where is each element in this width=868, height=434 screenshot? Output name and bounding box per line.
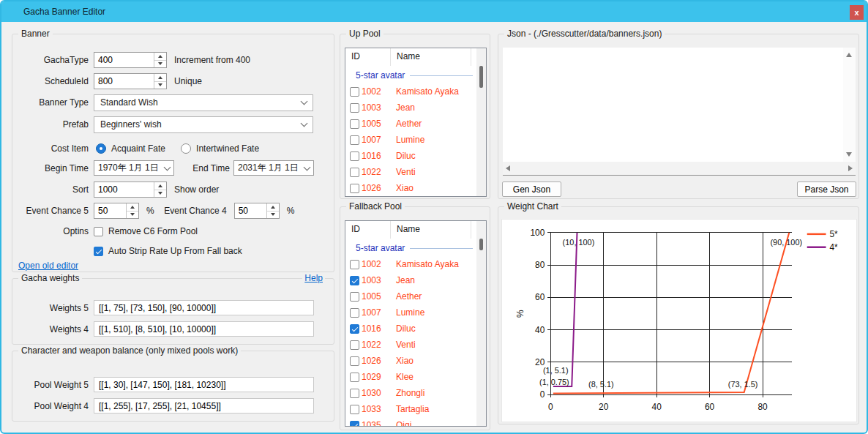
up-pool-list[interactable]: ID Name 5-star avatar 1002Kamisato Ayaka…	[345, 48, 487, 197]
row-checkbox[interactable]	[350, 260, 359, 269]
row-checkbox[interactable]	[350, 103, 359, 113]
pool-weight-5-input[interactable]	[94, 378, 313, 392]
open-old-editor-link[interactable]: Open old editor	[18, 261, 78, 271]
list-item[interactable]: 1007Lumine	[345, 304, 478, 321]
list-item[interactable]: 1002Kamisato Ayaka	[345, 256, 478, 272]
schedule-id-input[interactable]	[94, 74, 154, 89]
end-time-label: End Time	[187, 163, 230, 173]
gen-json-button[interactable]: Gen Json	[502, 182, 561, 197]
acquaint-fate-label[interactable]: Acquaint Fate	[111, 143, 165, 154]
spin-up-button[interactable]	[127, 203, 138, 211]
vertical-scrollbar[interactable]	[476, 48, 486, 196]
list-item[interactable]: 1016Diluc	[345, 148, 478, 164]
spin-down-button[interactable]	[154, 190, 166, 198]
row-checkbox[interactable]	[350, 421, 359, 427]
banner-type-combobox[interactable]: Standard Wish	[94, 94, 313, 111]
list-item[interactable]: 1033Tartaglia	[345, 401, 478, 417]
vertical-scrollbar[interactable]	[476, 221, 486, 426]
spin-up-button[interactable]	[267, 203, 279, 211]
row-checkbox[interactable]	[350, 87, 359, 97]
remove-c6-label[interactable]: Remove C6 Form Pool	[108, 226, 198, 236]
vertical-scrollbar[interactable]	[843, 48, 856, 162]
gacha-type-spinner[interactable]	[94, 52, 167, 68]
row-checkbox[interactable]	[350, 324, 359, 334]
row-checkbox[interactable]	[350, 292, 359, 302]
event-chance-5-input[interactable]	[94, 203, 126, 218]
spin-down-button[interactable]	[267, 211, 279, 219]
auto-strip-checkbox[interactable]	[94, 247, 103, 256]
prefab-combobox[interactable]: Beginners' wish	[94, 116, 313, 133]
scroll-up-icon[interactable]	[846, 53, 852, 57]
json-textarea[interactable]	[503, 48, 843, 162]
weights-4-input[interactable]	[94, 322, 313, 336]
row-checkbox[interactable]	[350, 389, 359, 398]
auto-strip-label[interactable]: Auto Strip Rate Up From Fall back	[108, 246, 242, 256]
list-item[interactable]: 1005Aether	[345, 288, 478, 304]
list-item[interactable]: 1003Jean	[345, 272, 478, 288]
row-checkbox[interactable]	[350, 308, 359, 318]
id-column-header[interactable]: ID	[345, 221, 391, 239]
spin-down-button[interactable]	[127, 211, 138, 219]
pool-weight-5-field[interactable]	[94, 377, 314, 392]
spin-up-button[interactable]	[154, 74, 166, 81]
sort-input[interactable]	[94, 182, 154, 197]
event-chance-4-input[interactable]	[235, 203, 266, 218]
event-chance-4-spinner[interactable]	[234, 203, 280, 219]
name-column-header[interactable]: Name	[391, 221, 471, 239]
row-checkbox[interactable]	[350, 119, 359, 129]
list-item[interactable]: 1030Zhongli	[345, 385, 478, 401]
spin-up-button[interactable]	[154, 53, 166, 60]
remove-c6-checkbox[interactable]	[94, 227, 103, 236]
list-item[interactable]: 1022Venti	[345, 337, 478, 353]
intertwined-fate-radio[interactable]	[181, 143, 191, 154]
row-checkbox[interactable]	[350, 405, 359, 414]
spin-up-button[interactable]	[154, 182, 166, 190]
acquaint-fate-radio[interactable]	[96, 143, 106, 154]
sort-spinner[interactable]	[94, 182, 167, 198]
intertwined-fate-label[interactable]: Intertwined Fate	[196, 143, 259, 154]
scrollbar-thumb[interactable]	[479, 66, 483, 88]
list-item[interactable]: 1003Jean	[345, 100, 478, 116]
list-item[interactable]: 1005Aether	[345, 116, 478, 132]
end-time-datepicker[interactable]: 2031年 1月 1日	[233, 160, 314, 176]
fallback-pool-list[interactable]: ID Name 5-star avatar 1002Kamisato Ayaka…	[345, 220, 487, 427]
begin-time-datepicker[interactable]: 1970年 1月 1日	[94, 160, 174, 176]
row-checkbox[interactable]	[350, 184, 359, 193]
pool-weight-4-input[interactable]	[94, 399, 313, 413]
horizontal-scrollbar[interactable]	[503, 162, 856, 174]
list-item[interactable]: 1026Xiao	[345, 353, 478, 369]
help-link[interactable]: Help	[302, 273, 325, 284]
row-checkbox[interactable]	[350, 276, 359, 285]
row-checkbox[interactable]	[350, 151, 359, 161]
row-checkbox[interactable]	[350, 356, 359, 366]
gacha-type-input[interactable]	[94, 53, 154, 67]
scroll-down-icon[interactable]	[846, 152, 852, 157]
event-chance-5-spinner[interactable]	[94, 203, 139, 219]
row-checkbox[interactable]	[350, 340, 359, 350]
row-checkbox[interactable]	[350, 135, 359, 145]
weights-4-field[interactable]	[94, 321, 314, 337]
id-column-header[interactable]: ID	[345, 48, 391, 66]
row-checkbox[interactable]	[350, 168, 359, 177]
list-item[interactable]: 1002Kamisato Ayaka	[345, 83, 478, 100]
list-item[interactable]: 1035Qiqi	[345, 417, 478, 427]
scroll-left-icon[interactable]	[506, 165, 510, 171]
parse-json-button[interactable]: Parse Json	[797, 182, 856, 197]
spin-down-button[interactable]	[154, 60, 166, 68]
pool-weight-4-field[interactable]	[94, 398, 314, 414]
weights-5-input[interactable]	[94, 301, 313, 315]
list-item[interactable]: 1016Diluc	[345, 321, 478, 337]
scrollbar-thumb[interactable]	[479, 239, 483, 250]
close-button[interactable]: x	[850, 5, 864, 20]
list-item[interactable]: 1022Venti	[345, 164, 478, 180]
list-item[interactable]: 1029Klee	[345, 369, 478, 385]
weights-5-field[interactable]	[94, 300, 314, 315]
list-item[interactable]: 1007Lumine	[345, 132, 478, 148]
gacha-type-label: GachaType	[13, 55, 89, 65]
scroll-right-icon[interactable]	[848, 165, 853, 171]
name-column-header[interactable]: Name	[391, 48, 471, 66]
row-checkbox[interactable]	[350, 373, 359, 382]
spin-down-button[interactable]	[154, 81, 166, 89]
schedule-id-spinner[interactable]	[94, 73, 167, 89]
list-item[interactable]: 1026Xiao	[345, 180, 478, 196]
